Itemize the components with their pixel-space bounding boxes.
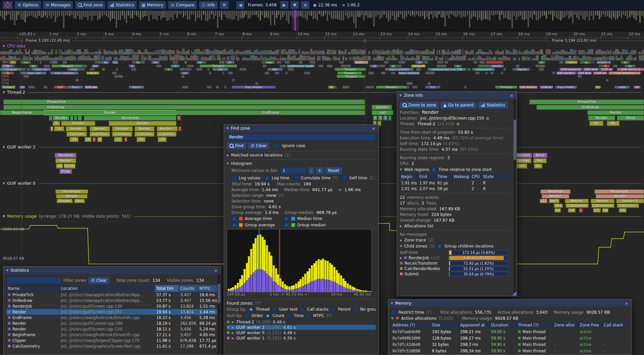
frame-bar[interactable] [418, 11, 419, 16]
collapse-icon[interactable]: ▼ [391, 302, 393, 305]
timeline-zone[interactable]: 20 [619, 208, 627, 213]
timeline-zone[interactable]: OnRedraw [536, 105, 644, 110]
timeline-zone[interactable]: Render [61, 121, 95, 126]
cpu-zone[interactable] [28, 86, 35, 89]
frame-bar[interactable] [311, 11, 312, 16]
cpu-zone[interactable] [412, 86, 418, 89]
frame-bar[interactable] [400, 11, 401, 14]
table-row[interactable]: Renderjni/../jni/src/guif/Screen.cpp:257… [6, 309, 218, 315]
frame-bar[interactable] [373, 11, 375, 27]
frame-bar[interactable] [128, 11, 129, 15]
frame-bar[interactable] [495, 11, 496, 15]
cpu-zone[interactable] [228, 72, 233, 75]
frame-bar[interactable] [79, 11, 80, 19]
timeline-zone[interactable]: Rend [617, 116, 644, 121]
frame-bar[interactable] [457, 11, 458, 17]
cpu-zone[interactable] [464, 86, 467, 89]
frame-bar[interactable] [481, 11, 482, 20]
go-to-parent-button[interactable]: ▲Go to parent [441, 102, 476, 108]
cpu-zone[interactable] [552, 72, 555, 75]
cpu-zone[interactable] [216, 86, 219, 89]
frame-bar[interactable] [408, 11, 409, 14]
group-by-call-stacks[interactable] [300, 307, 305, 312]
frame-bar[interactable] [426, 11, 428, 17]
frame-bar[interactable] [335, 11, 336, 19]
frame-bar[interactable] [584, 11, 586, 20]
cpu-zone[interactable] [44, 64, 50, 68]
timeline-zone[interactable]: BeginFrame [0, 110, 44, 115]
cpu-zone[interactable] [318, 64, 323, 68]
child-zone-row[interactable]: Submit35.63 µs (0.79%) [400, 271, 511, 276]
table-row[interactable]: EndFramejni/../jni/src/claw/gfx/drv/vk/D… [6, 315, 218, 320]
timeline-zone[interactable]: CalcGeomet [591, 204, 614, 208]
frame-bar[interactable] [428, 11, 430, 19]
group-by-no-grouping[interactable] [353, 307, 358, 312]
cpu-zone[interactable]: GUIF worker 1 [608, 72, 641, 75]
frame-bar[interactable] [572, 11, 574, 24]
cpu-zone[interactable] [400, 61, 406, 64]
cpu-zone[interactable] [97, 61, 102, 64]
wait-column-state[interactable]: State [482, 173, 495, 180]
timeline-zone[interactable]: Re [589, 121, 603, 126]
frame-bar[interactable] [124, 11, 125, 19]
frame-bar[interactable] [235, 11, 237, 16]
group-by-parent[interactable] [330, 307, 336, 312]
cpu-zone[interactable] [428, 82, 431, 85]
frame-bar[interactable] [41, 11, 42, 18]
wait-column-begin[interactable]: Begin [400, 173, 418, 180]
frame-bar[interactable] [136, 11, 137, 16]
cpu-zone[interactable]: GUIF work [578, 72, 592, 75]
timeline-zone[interactable]: Render [135, 126, 155, 131]
cpu-zone[interactable] [62, 61, 67, 64]
frame-bar[interactable] [509, 11, 511, 20]
frame-bar[interactable] [333, 11, 334, 19]
table-row[interactable]: OnRedrawjni/../jni/src/claw/application/… [6, 298, 218, 303]
frame-bar[interactable] [14, 11, 15, 25]
frame-bar[interactable] [264, 11, 265, 18]
timeline-zone[interactable]: Render [56, 194, 88, 198]
zone-group-row[interactable]: ▶GUIF worker 0(3,231)4.48 s [227, 330, 376, 335]
cpu-zone[interactable] [181, 75, 185, 78]
frame-bar[interactable] [507, 11, 509, 19]
scrollbar-thumb[interactable] [218, 284, 220, 303]
cpu-zone[interactable]: kwi [92, 64, 99, 68]
frame-bar[interactable] [493, 11, 494, 15]
cpu-zone[interactable] [288, 68, 294, 71]
frame-bar[interactable] [365, 11, 367, 15]
frame-bar[interactable] [522, 11, 523, 19]
cpu-zone[interactable] [285, 72, 287, 75]
frame-bar[interactable] [633, 11, 635, 18]
column-header-name[interactable]: Name [6, 285, 59, 292]
alloc-column-size[interactable]: Size [431, 322, 459, 328]
frame-bar[interactable] [605, 11, 606, 17]
frame-bar[interactable] [191, 11, 192, 15]
timeline-zone[interactable]: ReF [517, 164, 528, 169]
timeline-zone[interactable]: Render [109, 121, 176, 126]
frame-bar[interactable] [81, 11, 83, 19]
timeline-zone[interactable]: Render [55, 158, 76, 163]
frame-bar[interactable] [248, 11, 249, 19]
frame-bar[interactable] [180, 11, 182, 14]
timeline-zone[interactable]: Render [587, 110, 644, 115]
cpu-zone[interactable]: syste [67, 68, 80, 71]
frame-bar[interactable] [219, 11, 220, 17]
frame-bar[interactable] [276, 11, 277, 18]
cpu-zone[interactable] [407, 82, 413, 85]
frame-bar[interactable] [156, 11, 158, 20]
zone-statistics-button[interactable]: Statistics [478, 102, 508, 108]
frame-bar[interactable] [189, 11, 190, 19]
cpu-zone[interactable] [187, 64, 194, 68]
allocation-row[interactable]: 0x7e049b3d00128 bytes298.27 ms59.95 sMai… [391, 335, 629, 341]
frame-bar[interactable] [392, 11, 393, 16]
frame-bar[interactable] [412, 11, 413, 15]
frame-bar[interactable] [53, 11, 54, 15]
power-button[interactable] [3, 1, 13, 9]
frame-bar[interactable] [174, 11, 176, 14]
frame-bar[interactable] [122, 11, 123, 15]
frame-bar[interactable] [146, 11, 148, 16]
cpu-zone[interactable] [52, 61, 57, 64]
frame-bar[interactable] [434, 11, 436, 17]
frame-bar[interactable] [69, 11, 70, 16]
timeline-zone[interactable]: Re [607, 121, 620, 126]
frame-bar[interactable] [410, 11, 411, 16]
